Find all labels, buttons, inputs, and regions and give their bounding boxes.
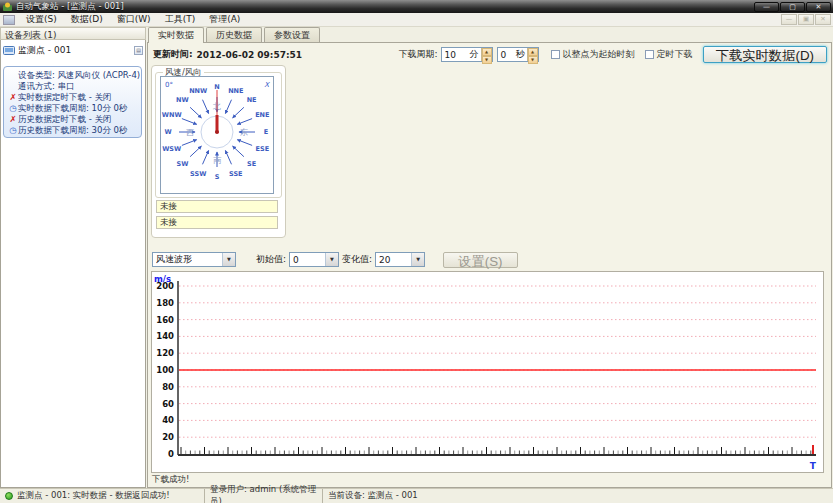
blank-icon <box>8 70 18 81</box>
device-node-label: 监测点 - 001 <box>18 44 71 57</box>
minutes-value: 10 <box>445 50 456 60</box>
minimize-button[interactable]: — <box>754 2 779 12</box>
device-tree-node[interactable]: 监测点 - 001 ▤ <box>3 44 143 57</box>
svg-text:ESE: ESE <box>256 145 270 153</box>
delta-value-select[interactable]: 20 ▼ <box>375 252 425 267</box>
menu-bar: 设置(S) 数据(D) 窗口(W) 工具(T) 管理(A) — ▣ ✕ <box>0 13 833 27</box>
seconds-unit: 秒 <box>516 48 525 61</box>
svg-text:WNW: WNW <box>162 111 182 119</box>
device-info-box: 设备类型: 风速风向仪 (ACPR-4) 通讯方式: 串口 ✗实时数据定时下载 … <box>3 66 142 138</box>
status-message: 监测点 - 001: 实时数据 - 数据返回成功! <box>17 490 170 502</box>
update-time-value: 2012-06-02 09:57:51 <box>197 50 302 60</box>
svg-text:20: 20 <box>162 432 174 442</box>
svg-text:东: 东 <box>240 128 248 137</box>
update-time-label: 更新时间: <box>153 48 193 61</box>
initial-value-select[interactable]: 0 ▼ <box>289 252 339 267</box>
close-button[interactable]: ✕ <box>806 2 831 12</box>
tab-history-data[interactable]: 历史数据 <box>206 27 262 42</box>
window-title: 自动气象站 - [监测点 - 001] <box>16 1 124 13</box>
tab-bar: 实时数据 历史数据 参数设置 <box>148 27 322 42</box>
mdi-close-button[interactable]: ✕ <box>815 14 831 25</box>
download-realtime-button[interactable]: 下载实时数据(D) <box>703 46 827 63</box>
clock-icon: ◷ <box>8 125 18 136</box>
waveform-controls: 风速波形 ▼ 初始值: 0 ▼ 变化值: 20 ▼ 设置(S) <box>152 251 518 268</box>
x-icon: ✗ <box>8 92 18 103</box>
svg-text:0: 0 <box>168 449 174 459</box>
chevron-down-icon[interactable]: ▼ <box>325 253 338 266</box>
initial-value: 0 <box>293 255 299 265</box>
chevron-down-icon[interactable]: ▼ <box>411 253 424 266</box>
realtime-timed-download: 实时数据定时下载 - 关闭 <box>18 92 111 103</box>
gauge-panel: 风速/风向 NNNENEENEEESESESSESSSWSWWSWWWNWNWN… <box>151 65 286 238</box>
menu-data[interactable]: 数据(D) <box>64 12 110 27</box>
minutes-unit: 分 <box>470 48 479 61</box>
svg-text:NNE: NNE <box>228 87 243 95</box>
chevron-down-icon[interactable]: ▼ <box>222 253 235 266</box>
svg-text:WSW: WSW <box>162 145 181 153</box>
svg-text:80: 80 <box>162 382 174 392</box>
minutes-up-icon[interactable]: ▲ <box>482 48 492 56</box>
svg-text:0°: 0° <box>165 81 173 89</box>
svg-text:40: 40 <box>162 415 174 425</box>
svg-text:SW: SW <box>176 160 188 168</box>
svg-text:西: 西 <box>186 128 194 137</box>
x-icon: ✗ <box>8 114 18 125</box>
svg-text:E: E <box>264 128 268 136</box>
history-download-cycle: 历史数据下载周期: 30分 0秒 <box>18 125 128 136</box>
delta-value-label: 变化值: <box>342 253 372 266</box>
seconds-down-icon[interactable]: ▼ <box>528 56 538 64</box>
initial-value-label: 初始值: <box>256 253 286 266</box>
svg-text:X: X <box>264 81 270 89</box>
timed-download-checkbox[interactable] <box>645 50 654 59</box>
svg-text:T: T <box>810 461 817 471</box>
app-icon <box>2 2 13 12</box>
minutes-stepper[interactable]: 10 分 ▲▼ <box>441 47 493 62</box>
mdi-child-icon <box>3 15 15 25</box>
download-status-text: 下载成功! <box>152 474 189 486</box>
seconds-stepper[interactable]: 0 秒 ▲▼ <box>497 47 539 62</box>
waveform-select[interactable]: 风速波形 ▼ <box>152 252 236 267</box>
timed-download-label: 定时下载 <box>657 48 693 61</box>
align-hour-checkbox[interactable] <box>551 50 560 59</box>
device-sidebar: 设备列表 (1) 监测点 - 001 ▤ 设备类型: 风速风向仪 (ACPR-4… <box>0 27 146 488</box>
mdi-restore-button[interactable]: ▣ <box>798 14 814 25</box>
wind-speed-readout: 未接 <box>156 200 278 213</box>
comm-mode: 通讯方式: 串口 <box>18 81 75 92</box>
wind-direction-readout: 未接 <box>156 216 278 229</box>
svg-text:m/s: m/s <box>154 274 171 284</box>
device-node-detail-button[interactable]: ▤ <box>134 46 143 55</box>
menu-manage[interactable]: 管理(A) <box>202 12 247 27</box>
menu-window[interactable]: 窗口(W) <box>110 12 158 27</box>
download-toolbar: 更新时间: 2012-06-02 09:57:51 下载周期: 10 分 ▲▼ … <box>153 45 827 64</box>
svg-text:180: 180 <box>156 298 174 308</box>
main-panel: 实时数据 历史数据 参数设置 更新时间: 2012-06-02 09:57:51… <box>147 27 833 488</box>
align-hour-label: 以整点为起始时刻 <box>563 48 635 61</box>
svg-text:60: 60 <box>162 399 174 409</box>
tab-parameter-settings[interactable]: 参数设置 <box>264 27 320 42</box>
device-tree: 监测点 - 001 ▤ 设备类型: 风速风向仪 (ACPR-4) 通讯方式: 串… <box>0 40 146 488</box>
svg-text:SE: SE <box>247 160 256 168</box>
svg-text:140: 140 <box>156 331 174 341</box>
device-list-header: 设备列表 (1) <box>0 27 146 40</box>
svg-text:SSE: SSE <box>229 170 243 178</box>
cycle-label: 下载周期: <box>398 48 437 61</box>
svg-text:NNW: NNW <box>189 87 207 95</box>
svg-text:ENE: ENE <box>255 111 269 119</box>
svg-text:SSW: SSW <box>190 170 206 178</box>
maximize-button[interactable]: ▢ <box>780 2 805 12</box>
realtime-download-cycle: 实时数据下载周期: 10分 0秒 <box>18 103 128 114</box>
seconds-up-icon[interactable]: ▲ <box>528 48 538 56</box>
wind-compass-svg: NNNENEENEEESESESSESSSWSWWSWWWNWNWNNW北南西东… <box>161 77 273 193</box>
menu-tools[interactable]: 工具(T) <box>158 12 203 27</box>
waveform-selected-value: 风速波形 <box>156 253 192 266</box>
status-ok-icon <box>5 492 13 500</box>
wind-speed-chart-svg: 020406080100120140160180200m/sT <box>152 272 823 472</box>
device-icon <box>3 46 15 56</box>
mdi-minimize-button[interactable]: — <box>781 14 797 25</box>
set-button[interactable]: 设置(S) <box>443 252 517 268</box>
svg-text:S: S <box>215 173 220 181</box>
tab-realtime-data[interactable]: 实时数据 <box>148 27 204 43</box>
menu-settings[interactable]: 设置(S) <box>19 12 64 27</box>
svg-text:南: 南 <box>213 156 222 165</box>
minutes-down-icon[interactable]: ▼ <box>482 56 492 64</box>
